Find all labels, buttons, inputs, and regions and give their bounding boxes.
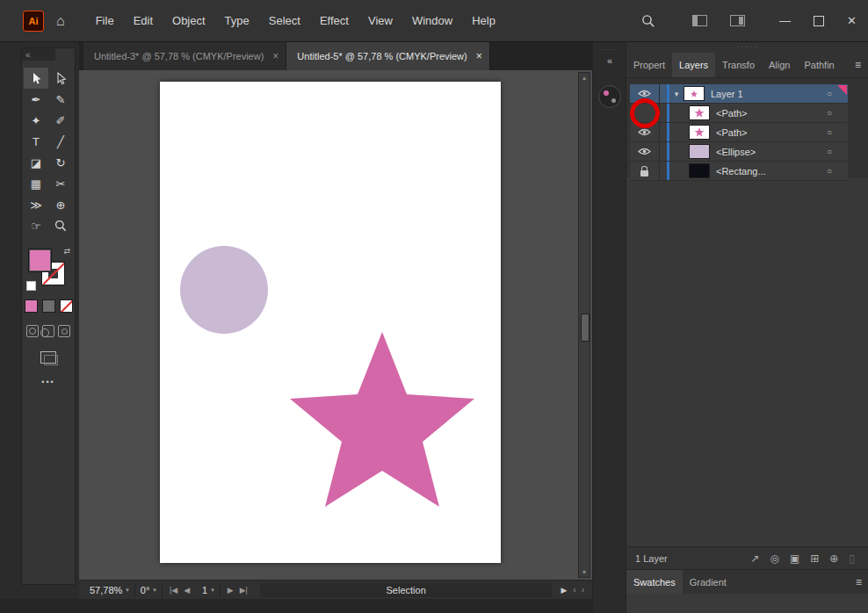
- first-artboard-icon[interactable]: |◀: [170, 586, 177, 595]
- screen-mode-icon[interactable]: [40, 351, 56, 364]
- tab-properties[interactable]: Propert: [626, 53, 672, 77]
- perspective-grid-tool[interactable]: ▦: [24, 173, 48, 194]
- rotation-select[interactable]: 0° ▾: [135, 583, 163, 597]
- pen-tool[interactable]: ✒: [24, 89, 48, 110]
- delete-layer-icon[interactable]: ▯: [849, 552, 855, 565]
- prev-artboard-icon[interactable]: ◀: [184, 586, 190, 595]
- layer-thumb-star[interactable]: [689, 125, 710, 140]
- visibility-toggle[interactable]: [630, 142, 660, 161]
- zoom-select[interactable]: 57,78% ▾: [84, 583, 135, 597]
- draw-normal-icon[interactable]: [26, 325, 39, 337]
- zoom-tool[interactable]: [48, 215, 73, 236]
- lock-icon[interactable]: [630, 162, 660, 180]
- eraser-tool[interactable]: ◪: [24, 152, 48, 173]
- target-circle[interactable]: ○: [827, 166, 832, 176]
- line-segment-tool[interactable]: ╱: [48, 131, 73, 152]
- search-icon[interactable]: [641, 14, 655, 28]
- hand-tool[interactable]: ☞: [24, 215, 48, 236]
- tab-pathfinder[interactable]: Pathfin: [797, 53, 841, 77]
- draw-inside-icon[interactable]: [58, 325, 70, 337]
- color-panel-icon[interactable]: [598, 85, 621, 108]
- ellipse-shape[interactable]: [180, 246, 268, 334]
- selection-tool[interactable]: [24, 68, 48, 89]
- new-sublayer-icon[interactable]: ⊞: [810, 552, 819, 565]
- menu-effect[interactable]: Effect: [310, 0, 358, 42]
- target-circle[interactable]: ○: [827, 89, 832, 98]
- tab-swatches[interactable]: Swatches: [626, 570, 683, 595]
- collect-export-icon[interactable]: ↗: [750, 552, 759, 565]
- shaper-tool[interactable]: ✦: [24, 110, 48, 131]
- close-tab-icon[interactable]: ×: [272, 50, 278, 62]
- arrange-documents-icon[interactable]: [692, 15, 707, 26]
- next-artboard-icon[interactable]: ▶: [228, 586, 234, 595]
- scroll-up-icon[interactable]: ▴: [579, 74, 590, 82]
- color-mode-button[interactable]: [25, 299, 38, 313]
- layer-row-path1[interactable]: <Path> ○: [630, 104, 848, 123]
- width-tool[interactable]: ≫: [24, 194, 48, 215]
- tab-align[interactable]: Align: [762, 53, 797, 77]
- workspace-layout-icon[interactable]: [730, 15, 745, 26]
- doc-tab-untitled5[interactable]: Untitled-5* @ 57,78 % (CMYK/Preview) ×: [286, 42, 489, 70]
- new-layer-icon[interactable]: ⊕: [829, 552, 838, 565]
- menu-window[interactable]: Window: [402, 0, 462, 42]
- panel-menu-icon[interactable]: ≡: [856, 576, 862, 588]
- none-mode-button[interactable]: [60, 299, 73, 313]
- artboard-number-select[interactable]: 1 ▾: [197, 583, 221, 597]
- menu-help[interactable]: Help: [462, 0, 505, 42]
- direct-selection-tool[interactable]: [48, 68, 73, 89]
- target-circle[interactable]: ○: [827, 147, 832, 156]
- layer-thumb-star[interactable]: [689, 105, 710, 120]
- last-artboard-icon[interactable]: ▶|: [240, 586, 248, 595]
- scroll-left-icon[interactable]: ‹: [570, 585, 578, 595]
- home-icon[interactable]: ⌂: [56, 13, 65, 29]
- curvature-tool[interactable]: ✎: [48, 89, 73, 110]
- tab-layers[interactable]: Layers: [672, 53, 715, 77]
- layer-thumb-rectangle[interactable]: [689, 163, 710, 178]
- expand-panels-icon[interactable]: «: [593, 55, 626, 66]
- expand-layer-icon[interactable]: ▾: [669, 90, 684, 98]
- paintbrush-tool[interactable]: ✐: [48, 110, 73, 131]
- default-fill-stroke-icon[interactable]: [26, 281, 36, 291]
- layer-thumb-ellipse[interactable]: [689, 144, 710, 159]
- menu-select[interactable]: Select: [259, 0, 310, 42]
- draw-behind-icon[interactable]: [42, 325, 54, 337]
- swap-fill-stroke-icon[interactable]: ⇄: [63, 247, 70, 256]
- scroll-right-icon[interactable]: ›: [579, 585, 587, 595]
- vertical-scrollbar[interactable]: ▴ ▾: [578, 72, 590, 578]
- maximize-button[interactable]: [814, 16, 824, 26]
- scroll-down-icon[interactable]: ▾: [579, 568, 590, 576]
- layer-row-ellipse[interactable]: <Ellipse> ○: [630, 142, 848, 162]
- locate-object-icon[interactable]: ◎: [770, 552, 778, 565]
- edit-toolbar-icon[interactable]: •••: [22, 378, 75, 386]
- target-circle[interactable]: ○: [827, 108, 832, 118]
- rotate-tool[interactable]: ↻: [48, 152, 73, 173]
- make-mask-icon[interactable]: ▣: [790, 552, 799, 565]
- canvas-area[interactable]: ▴ ▾: [79, 70, 592, 580]
- doc-tab-untitled3[interactable]: Untitled-3* @ 57,78 % (CMYK/Preview) ×: [83, 42, 286, 70]
- minimize-button[interactable]: —: [768, 0, 802, 42]
- layer-row-layer1[interactable]: ▾ Layer 1 ○: [630, 84, 848, 104]
- fill-swatch[interactable]: [28, 249, 52, 272]
- layer-row-path2[interactable]: <Path> ○: [630, 123, 848, 142]
- layer-thumb-star[interactable]: [684, 86, 705, 101]
- toolbar-collapse-icon[interactable]: «: [22, 48, 55, 61]
- tab-gradient[interactable]: Gradient: [683, 570, 734, 595]
- star-shape[interactable]: [290, 332, 474, 507]
- layer-row-rectangle[interactable]: <Rectang... ○: [630, 162, 848, 181]
- status-play-icon[interactable]: ▶: [557, 586, 570, 595]
- close-tab-icon[interactable]: ×: [476, 50, 482, 62]
- menu-view[interactable]: View: [358, 0, 402, 42]
- panel-menu-icon[interactable]: ≡: [855, 59, 861, 71]
- scissors-tool[interactable]: ✂: [48, 173, 73, 194]
- type-tool[interactable]: T: [24, 131, 48, 152]
- menu-file[interactable]: File: [86, 0, 124, 42]
- tab-transform[interactable]: Transfo: [715, 53, 762, 77]
- menu-type[interactable]: Type: [215, 0, 259, 42]
- gradient-mode-button[interactable]: [42, 299, 55, 313]
- target-circle[interactable]: ○: [827, 127, 832, 137]
- menu-object[interactable]: Object: [163, 0, 215, 42]
- scrollbar-thumb[interactable]: [581, 314, 590, 342]
- close-button[interactable]: ✕: [835, 0, 868, 42]
- shape-builder-tool[interactable]: ⊕: [48, 194, 73, 215]
- menu-edit[interactable]: Edit: [124, 0, 163, 42]
